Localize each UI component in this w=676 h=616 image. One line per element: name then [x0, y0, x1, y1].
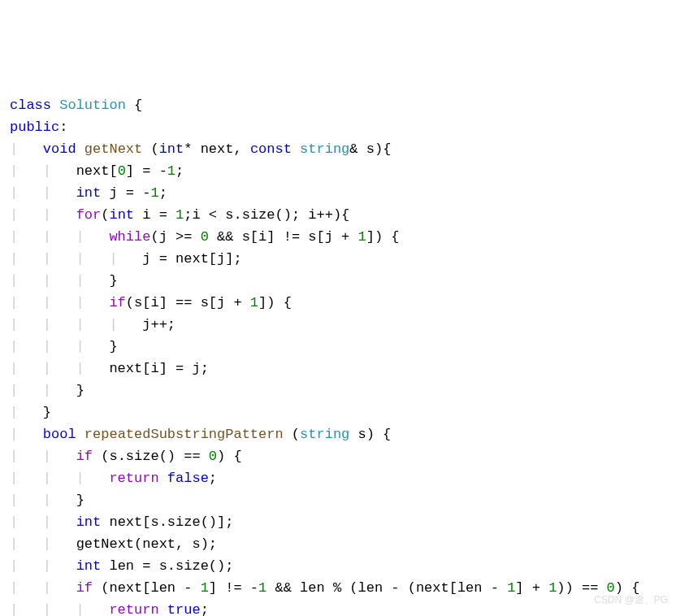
code-token: 1 [258, 580, 266, 596]
code-token: | | [10, 536, 76, 552]
code-token: getNext [84, 141, 142, 157]
code-line: | | if (next[len - 1] != -1 && len % (le… [10, 577, 666, 599]
code-token: 1 [507, 580, 515, 596]
code-token: } [76, 383, 84, 398]
code-token: next[i] = j; [109, 361, 208, 376]
code-token: for [76, 207, 102, 223]
code-token: if [76, 580, 93, 596]
code-token: ]) { [366, 229, 400, 245]
code-token: | | [10, 185, 76, 201]
code-token: | | [10, 163, 76, 179]
code-token: && len % (len - (next[len - [266, 580, 507, 596]
code-token: ) { [217, 449, 242, 464]
code-line: | | | while(j >= 0 && s[i] != s[j + 1]) … [10, 226, 666, 248]
code-line: | bool repeatedSubstringPattern (string … [10, 423, 666, 445]
code-token: i = [134, 207, 176, 223]
code-token: s) { [349, 427, 391, 442]
code-line: | | | return true; [10, 599, 666, 616]
code-token: | | | [10, 295, 109, 310]
code-token: ( [142, 141, 158, 157]
code-token: ]) { [258, 295, 292, 310]
code-token: | [10, 427, 43, 442]
code-token: if [76, 449, 93, 464]
code-token: return [109, 602, 158, 616]
code-token: ; [209, 471, 217, 486]
code-token: void [43, 141, 76, 157]
code-line: | | for(int i = 1;i < s.size(); i++){ [10, 204, 666, 226]
code-line: | | | return false; [10, 467, 666, 489]
code-token: | | | | [10, 251, 142, 267]
code-token: class [10, 98, 51, 113]
code-token: & s){ [349, 141, 391, 157]
code-token: 0 [201, 229, 209, 245]
code-token: | | [10, 514, 76, 530]
code-token: int [76, 558, 102, 574]
code-token: Solution [59, 98, 126, 113]
code-line: | | | | j = next[j]; [10, 248, 666, 270]
code-token: (s[i] == s[j + [126, 295, 250, 310]
code-token: while [109, 229, 150, 245]
code-token: (next[len - [93, 580, 201, 596]
code-line: | | | } [10, 336, 666, 358]
code-token: | | | | [10, 317, 142, 332]
code-token: return [109, 471, 158, 486]
code-token: | | [10, 383, 76, 398]
code-token: 1 [201, 580, 209, 596]
code-token: ] != - [209, 580, 258, 596]
code-token: * next, [184, 141, 250, 157]
code-line: | | | next[i] = j; [10, 358, 666, 380]
code-token: len = s.size(); [101, 558, 233, 574]
code-token: int [159, 141, 184, 157]
code-line: | | | if(s[i] == s[j + 1]) { [10, 292, 666, 314]
code-token: | | | [10, 361, 109, 376]
code-line: | | int j = -1; [10, 182, 666, 204]
code-token: false [167, 471, 209, 486]
code-token: repeatedSubstringPattern [84, 427, 284, 442]
code-token: 1 [358, 229, 366, 245]
code-token: } [109, 339, 117, 354]
code-token [159, 471, 167, 486]
code-token [159, 602, 167, 616]
code-token: | | [10, 207, 76, 223]
code-line: | void getNext (int* next, const string&… [10, 138, 666, 160]
code-token [292, 141, 300, 157]
code-token: ] = - [126, 163, 167, 179]
code-token: public [10, 119, 59, 135]
code-token: bool [43, 427, 76, 442]
code-token: } [43, 405, 51, 420]
code-line: | | int len = s.size(); [10, 555, 666, 577]
code-token: ( [284, 427, 300, 442]
code-token: | | [10, 449, 76, 464]
code-line: | | next[0] = -1; [10, 160, 666, 182]
code-token [76, 141, 84, 157]
code-token: | [10, 405, 43, 420]
code-token: j++; [142, 317, 176, 332]
code-token: if [109, 295, 125, 310]
code-token: ( [101, 207, 109, 223]
code-token: ] + [515, 580, 548, 596]
code-token: next[ [76, 163, 118, 179]
code-token: ;i < s.size(); i++){ [184, 207, 349, 223]
code-block: class Solution {public:| void getNext (i… [10, 94, 666, 616]
code-token: int [109, 207, 134, 223]
code-token [51, 98, 59, 113]
code-line: | | } [10, 380, 666, 401]
code-token: 0 [118, 163, 126, 179]
code-token: : [59, 119, 67, 135]
code-token: 1 [250, 295, 258, 310]
code-line: | | getNext(next, s); [10, 533, 666, 555]
code-token: | | [10, 580, 76, 596]
code-token: | | | [10, 273, 109, 288]
code-token: const [250, 141, 292, 157]
code-token: ; [201, 602, 209, 616]
code-line: | | if (s.size() == 0) { [10, 445, 666, 467]
code-token: 1 [548, 580, 557, 596]
code-token: getNext(next, s); [76, 536, 217, 552]
code-line: public: [10, 116, 666, 138]
code-token: { [126, 98, 142, 113]
code-token: (j >= [150, 229, 200, 245]
code-token: 0 [209, 449, 217, 464]
code-token: | [10, 141, 43, 157]
code-token: int [76, 514, 102, 530]
code-token: | | [10, 558, 76, 574]
